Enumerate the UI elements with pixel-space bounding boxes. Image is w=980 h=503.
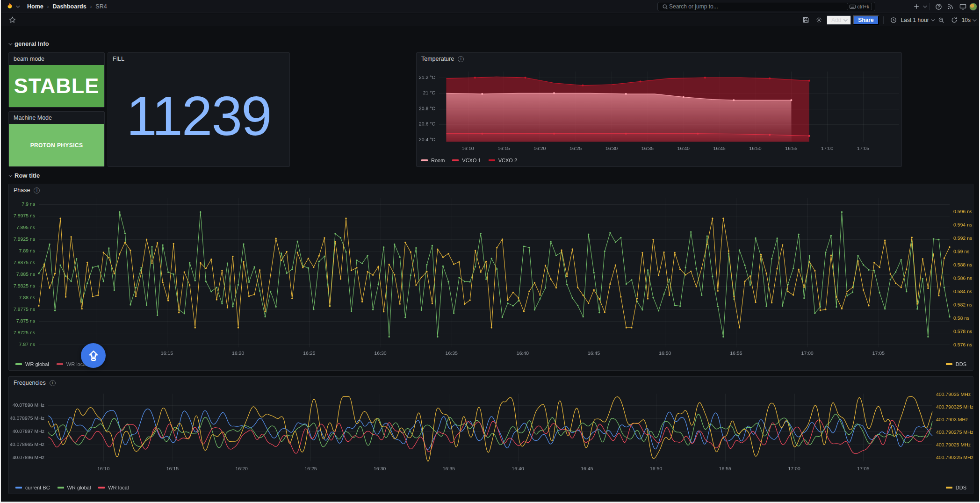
legend-swatch [98, 487, 105, 489]
legend-item[interactable]: WR local [98, 485, 129, 490]
rss-icon[interactable] [945, 1, 956, 12]
chevron-down-icon [8, 41, 12, 45]
temperature-legend: RoomVCXO 1VCXO 2 [421, 158, 517, 163]
panel-beam-mode: beam mode STABLE [8, 52, 105, 108]
panel-fill: FILL 11239 [108, 52, 290, 167]
add-menu-button[interactable] [911, 1, 922, 12]
refresh-interval-picker[interactable]: 10s [962, 17, 971, 23]
time-range-picker[interactable]: Last 1 hour [901, 17, 929, 23]
top-nav: Home › Dashboards › SR4 ctrl+k [1, 0, 979, 13]
legend-swatch [489, 159, 495, 161]
divider [929, 3, 930, 10]
save-dashboard-icon[interactable] [800, 14, 812, 26]
legend-item[interactable]: WR global [15, 361, 49, 367]
search-bar[interactable]: ctrl+k [657, 2, 875, 11]
chevron-down-icon [8, 173, 12, 177]
add-button[interactable]: Add [827, 15, 851, 25]
breadcrumb-home[interactable]: Home [27, 3, 43, 10]
display-icon[interactable] [957, 1, 968, 12]
frequencies-legend-right: DDS [946, 485, 966, 490]
fill-stat: 11239 [108, 65, 289, 166]
breadcrumb-separator: › [90, 4, 92, 9]
breadcrumb-separator: › [47, 4, 49, 9]
legend-item[interactable]: VCXO 2 [489, 158, 517, 163]
breadcrumb-dashboards[interactable]: Dashboards [52, 3, 86, 10]
keyboard-icon [850, 5, 856, 9]
panel-temperature: Temperature i RoomVCXO 1VCXO 2 [416, 52, 902, 167]
legend-item[interactable]: Room [421, 158, 445, 163]
share-button[interactable]: Share [853, 15, 879, 25]
beam-mode-stat: STABLE [9, 65, 104, 107]
legend-swatch [58, 487, 64, 489]
legend-swatch [946, 487, 952, 489]
search-icon [661, 2, 669, 11]
row-header-general-info[interactable]: general Info [8, 40, 49, 47]
chevron-down-icon[interactable] [973, 17, 976, 21]
dashboard-toolbar: Add Share Last 1 hour [1, 14, 979, 26]
frequencies-chart[interactable] [9, 377, 973, 494]
clock-icon [888, 14, 899, 26]
search-input[interactable] [669, 3, 847, 10]
breadcrumb-current: SR4 [95, 3, 107, 10]
panel-machine-mode: Machine Mode PROTON PHYSICS [8, 111, 105, 167]
chevron-down-icon[interactable] [16, 4, 20, 7]
chevron-down-icon[interactable] [931, 17, 935, 21]
legend-item[interactable]: VCXO 1 [452, 158, 481, 163]
legend-swatch [452, 159, 459, 161]
legend-swatch [15, 363, 22, 365]
temperature-chart[interactable] [417, 53, 901, 166]
legend-swatch [15, 487, 22, 489]
zoom-out-icon[interactable] [936, 14, 947, 26]
divider [883, 16, 884, 24]
machine-mode-value: PROTON PHYSICS [30, 142, 83, 149]
legend-swatch [57, 363, 63, 365]
shift-indicator-button[interactable] [81, 343, 106, 368]
phase-chart[interactable] [9, 184, 973, 370]
chevron-down-icon[interactable] [923, 4, 927, 7]
dashboard-canvas: general Info beam mode STABLE Machine Mo… [1, 26, 980, 503]
phase-legend-left: WR globalWR local [15, 361, 87, 367]
frequencies-legend-left: current BCWR globalWR local [15, 485, 129, 490]
panel-title[interactable]: beam mode [14, 56, 44, 62]
beam-mode-value: STABLE [14, 74, 100, 98]
legend-item[interactable]: DDS [946, 485, 966, 490]
legend-swatch [946, 363, 952, 365]
legend-item[interactable]: current BC [15, 485, 50, 490]
phase-legend-right: DDS [946, 361, 966, 367]
fill-value: 11239 [126, 84, 271, 148]
legend-item[interactable]: DDS [946, 361, 966, 367]
panel-title[interactable]: Machine Mode [14, 115, 52, 121]
grafana-logo[interactable] [6, 2, 14, 11]
search-shortcut: ctrl+k [847, 3, 872, 10]
gear-icon[interactable] [814, 14, 825, 26]
chevron-down-icon [843, 17, 847, 21]
user-avatar[interactable] [969, 3, 977, 11]
star-icon[interactable] [7, 14, 18, 26]
refresh-icon[interactable] [949, 14, 960, 26]
legend-swatch [421, 159, 428, 161]
panel-phase: Phase i WR globalWR local DDS [8, 184, 973, 371]
breadcrumb: Home › Dashboards › SR4 [27, 3, 107, 10]
grafana-dashboard: Home › Dashboards › SR4 ctrl+k [0, 0, 980, 503]
legend-item[interactable]: WR local [57, 361, 87, 367]
panel-title[interactable]: FILL [113, 56, 124, 62]
panel-frequencies: Frequencies i current BCWR globalWR loca… [8, 376, 973, 494]
help-icon[interactable] [933, 1, 944, 12]
shift-arrow-icon [87, 349, 100, 362]
row-header-row-title[interactable]: Row title [8, 172, 40, 179]
legend-item[interactable]: WR global [58, 485, 91, 490]
machine-mode-stat: PROTON PHYSICS [9, 124, 104, 166]
